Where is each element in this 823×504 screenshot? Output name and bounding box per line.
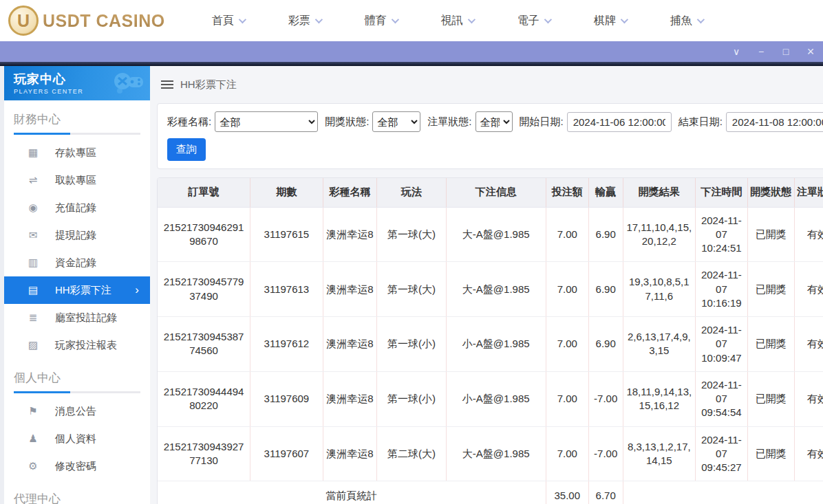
col-header-下注信息: 下注信息 — [446, 178, 546, 207]
cell-注單狀態: 有效 — [795, 262, 823, 317]
bets-table: 訂單號期數彩種名稱玩法下注信息投注額輸贏開獎結果下注時間開獎狀態注單狀態 215… — [158, 178, 823, 504]
cell-開獎結果: 18,11,9,14,13,15,16,12 — [623, 371, 696, 426]
sidebar-item-存款專區[interactable]: ▦存款專區 — [4, 139, 150, 166]
gear-icon: ⚙ — [26, 460, 40, 472]
cell-下注時間: 2024-11-07 10:24:51 — [696, 207, 748, 262]
withdraw-hand-icon: ⇌ — [26, 174, 40, 186]
order-status-select[interactable]: 全部 — [475, 111, 513, 132]
page-title: HH彩票下注 — [180, 78, 237, 91]
hamburger-menu-icon[interactable] — [161, 80, 173, 89]
sidebar-item-資金記錄[interactable]: ▥資金記錄 — [4, 249, 150, 276]
breadcrumb: HH彩票下注 — [157, 66, 823, 103]
nav-item-體育[interactable]: 體育 — [365, 14, 397, 28]
col-header-投注額: 投注額 — [546, 178, 588, 207]
nav-item-捕魚[interactable]: 捕魚 — [670, 14, 703, 28]
cell-玩法: 第一球(小) — [377, 317, 446, 372]
window-maximize-icon[interactable]: □ — [780, 47, 791, 56]
sidebar-item-label: 提現記錄 — [55, 229, 150, 242]
cell-玩法: 第一球(大) — [377, 262, 446, 317]
cell-開獎狀態: 已開獎 — [747, 426, 794, 481]
nav-item-label: 視訊 — [441, 14, 463, 28]
cell-下注時間: 2024-11-07 10:16:19 — [696, 262, 748, 317]
filter-panel: 彩種名稱: 全部 開獎狀態: 全部 注單狀態: 全部 開始日期: 結束日期: 查… — [157, 103, 823, 169]
sidebar-item-充值記錄[interactable]: ◉充值記錄 — [4, 194, 150, 221]
nav-item-彩票[interactable]: 彩票 — [288, 14, 321, 28]
cell-期數: 31197609 — [250, 371, 323, 426]
end-date-input[interactable] — [726, 112, 823, 132]
cell-開獎狀態: 已開獎 — [747, 262, 794, 317]
cell-投注額: 7.00 — [546, 262, 588, 317]
table-row: 215217309457793749031197613澳洲幸运8第一球(大)大-… — [158, 262, 823, 317]
nav-item-棋牌[interactable]: 棋牌 — [594, 14, 626, 28]
sidebar-item-個人資料[interactable]: ♟個人資料 — [4, 425, 150, 452]
cell-訂單號: 2152173094538774560 — [158, 317, 250, 372]
cell-彩種名稱: 澳洲幸运8 — [323, 426, 377, 481]
cell-開獎結果: 2,6,13,17,4,9,3,15 — [623, 317, 696, 372]
moneybag-icon: ◉ — [26, 201, 40, 214]
sidebar-item-修改密碼[interactable]: ⚙修改密碼 — [4, 452, 150, 480]
nav-item-首頁[interactable]: 首頁 — [212, 14, 244, 28]
cell-輸贏: -7.00 — [588, 426, 623, 481]
col-header-彩種名稱: 彩種名稱 — [323, 178, 377, 207]
col-header-開獎結果: 開獎結果 — [623, 178, 696, 207]
cell-開獎結果: 17,11,10,4,15,20,12,2 — [623, 207, 696, 262]
sidebar-item-label: 消息公告 — [55, 405, 150, 418]
bell-icon: ⚑ — [26, 405, 40, 417]
nav-item-電子[interactable]: 電子 — [517, 14, 550, 28]
person-icon: ♟ — [26, 432, 40, 445]
search-button[interactable]: 查詢 — [167, 138, 206, 161]
start-date-input[interactable] — [567, 112, 672, 132]
main-nav: 首頁彩票體育視訊電子棋牌捕魚 — [212, 14, 703, 28]
sidebar-item-label: 廳室投註記錄 — [55, 311, 150, 325]
lottery-name-select[interactable]: 全部 — [215, 111, 318, 132]
sidebar-item-廳室投註記錄[interactable]: ≣廳室投註記錄 — [4, 304, 150, 331]
sidebar-item-玩家投注報表[interactable]: ▨玩家投注報表 — [4, 331, 150, 359]
cell-開獎狀態: 已開獎 — [747, 317, 794, 372]
sidebar-item-取款專區[interactable]: ⇌取款專區 — [4, 166, 150, 194]
cell-訂單號: 2152173094392777130 — [158, 426, 250, 481]
window-chevron-down-icon[interactable]: ∨ — [731, 47, 742, 56]
draw-status-select[interactable]: 全部 — [372, 111, 420, 132]
table-header-row: 訂單號期數彩種名稱玩法下注信息投注額輸贏開獎結果下注時間開獎狀態注單狀態 — [158, 178, 823, 207]
order-status-label: 注單狀態: — [427, 116, 471, 129]
summary-winloss-total: 6.70 — [588, 481, 623, 504]
sidebar-item-label: 充值記錄 — [55, 201, 150, 215]
main-content: HH彩票下注 彩種名稱: 全部 開獎狀態: 全部 注單狀態: 全部 開始日期: … — [150, 66, 823, 504]
gamepad-icon — [109, 70, 145, 95]
window-close-icon[interactable]: × — [805, 45, 816, 58]
cell-期數: 31197607 — [250, 426, 323, 481]
chevron-down-icon — [620, 16, 628, 23]
brand[interactable]: U USDT CASINO — [8, 6, 165, 36]
nav-item-label: 棋牌 — [594, 14, 616, 28]
col-header-期數: 期數 — [250, 178, 323, 207]
sidebar-section-items: ⚑消息公告♟個人資料⚙修改密碼 — [4, 397, 150, 480]
table-row: 215217309439277713031197607澳洲幸运8第二球(大)大-… — [158, 426, 823, 481]
chevron-down-icon — [314, 16, 322, 23]
summary-bet-total: 35.00 — [546, 481, 588, 504]
end-date-label: 結束日期: — [678, 116, 723, 129]
lottery-bet-icon: ▤ — [26, 284, 40, 296]
window-titlebar: ∨ − □ × — [0, 41, 823, 62]
nav-item-視訊[interactable]: 視訊 — [441, 14, 473, 28]
col-header-注單狀態: 注單狀態 — [795, 178, 823, 207]
sidebar-item-HH彩票下注[interactable]: ▤HH彩票下注› — [4, 276, 150, 304]
start-date-label: 開始日期: — [520, 116, 564, 129]
cell-玩法: 第一球(大) — [377, 207, 446, 262]
sidebar-item-提現記錄[interactable]: ✉提現記錄 — [4, 221, 150, 249]
cell-下注信息: 大-A盤@1.985 — [446, 207, 546, 262]
cell-訂單號: 2152173094629198670 — [158, 207, 250, 262]
funds-icon: ▥ — [26, 256, 40, 269]
cell-期數: 31197613 — [250, 262, 323, 317]
cell-下注時間: 2024-11-07 09:45:27 — [696, 426, 748, 481]
sidebar-item-消息公告[interactable]: ⚑消息公告 — [4, 397, 150, 425]
sidebar-section-items: ▦存款專區⇌取款專區◉充值記錄✉提現記錄▥資金記錄▤HH彩票下注›≣廳室投註記錄… — [4, 139, 150, 359]
window-minimize-icon[interactable]: − — [756, 47, 767, 56]
cell-訂單號: 2152173094449480220 — [158, 371, 250, 426]
chevron-down-icon — [544, 16, 551, 23]
cell-開獎狀態: 已開獎 — [747, 371, 794, 426]
bets-table-panel: 訂單號期數彩種名稱玩法下注信息投注額輸贏開獎結果下注時間開獎狀態注單狀態 215… — [157, 177, 823, 504]
sidebar-item-label: 取款專區 — [55, 174, 150, 187]
sidebar-item-label: 修改密碼 — [55, 460, 150, 473]
cell-玩法: 第二球(大) — [377, 426, 446, 481]
brand-logo-icon: U — [8, 6, 39, 36]
